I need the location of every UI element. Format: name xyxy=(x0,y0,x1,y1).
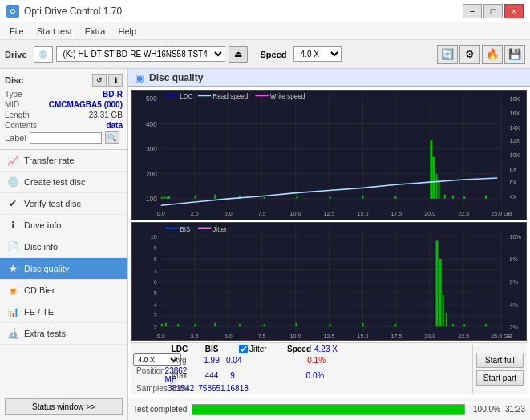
svg-text:2%: 2% xyxy=(510,323,519,330)
disc-label-input[interactable] xyxy=(30,132,102,144)
disc-label-icon-btn[interactable]: 🔍 xyxy=(105,131,119,144)
svg-rect-109 xyxy=(362,323,363,326)
disc-label-key: Label xyxy=(5,133,26,143)
jitter-checkbox[interactable] xyxy=(239,345,248,353)
svg-rect-115 xyxy=(452,324,454,326)
svg-text:0.0: 0.0 xyxy=(157,210,165,217)
disc-info-icon[interactable]: ℹ xyxy=(108,74,123,87)
sidebar-item-cd-bier[interactable]: 🍺 CD Bier xyxy=(0,280,127,301)
samples-row: Samples 381542 xyxy=(133,384,162,393)
svg-text:6X: 6X xyxy=(510,179,517,186)
extra-tests-icon: 🔬 xyxy=(6,327,19,340)
svg-rect-43 xyxy=(168,196,170,199)
sidebar-item-drive-info[interactable]: ℹ Drive info xyxy=(0,215,127,236)
menu-bar: File Start test Extra Help xyxy=(0,22,530,40)
svg-text:0.0: 0.0 xyxy=(157,332,165,339)
svg-text:Read speed: Read speed xyxy=(212,93,249,100)
svg-rect-52 xyxy=(430,140,432,199)
sidebar-item-fe-te[interactable]: 📊 FE / TE xyxy=(0,301,127,323)
eject-button[interactable]: ⏏ xyxy=(229,46,248,63)
sidebar-item-disc-quality[interactable]: ★ Disc quality xyxy=(0,258,127,280)
svg-rect-58 xyxy=(463,196,465,199)
svg-text:2.5: 2.5 xyxy=(191,210,199,217)
sidebar-item-transfer-rate[interactable]: 📈 Transfer rate xyxy=(0,150,127,172)
svg-text:500: 500 xyxy=(146,95,157,103)
sidebar-item-label: Disc quality xyxy=(24,264,69,273)
drive-info-icon: ℹ xyxy=(6,219,19,232)
close-button[interactable]: × xyxy=(504,4,524,18)
start-full-button[interactable]: Start full xyxy=(476,353,524,368)
jitter-text: Jitter xyxy=(249,345,267,353)
svg-text:200: 200 xyxy=(146,171,157,178)
ldc-chart: 500 400 300 200 100 18X 16X 14X 12X 10X … xyxy=(131,90,527,220)
svg-rect-60 xyxy=(165,95,178,96)
sidebar-item-extra-tests[interactable]: 🔬 Extra tests xyxy=(0,323,127,345)
settings-button[interactable]: ⚙ xyxy=(459,45,480,64)
svg-text:15.0: 15.0 xyxy=(357,332,368,339)
title-bar: O Opti Drive Control 1.70 − □ × xyxy=(0,0,530,22)
minimize-button[interactable]: − xyxy=(463,4,482,18)
svg-text:400: 400 xyxy=(146,121,157,128)
progress-bar-fill xyxy=(192,405,464,414)
right-panel: ◉ Disc quality xyxy=(128,69,530,420)
sidebar-item-label: Create test disc xyxy=(24,177,85,187)
sidebar-item-verify-test-disc[interactable]: ✔ Verify test disc xyxy=(0,193,127,215)
svg-rect-117 xyxy=(485,324,487,326)
main-content: Disc ↺ ℹ Type BD-R MID CMCMAGBA5 (000) L… xyxy=(0,69,530,420)
disc-contents-row: Contents data xyxy=(5,121,123,130)
save-button[interactable]: 💾 xyxy=(504,45,525,64)
charts-container: 500 400 300 200 100 18X 16X 14X 12X 10X … xyxy=(128,87,530,398)
svg-text:Jitter: Jitter xyxy=(212,225,227,233)
svg-rect-102 xyxy=(177,324,179,326)
menu-extra[interactable]: Extra xyxy=(79,25,112,38)
svg-text:8X: 8X xyxy=(510,166,517,173)
stats-ldc-header: LDC xyxy=(162,345,197,353)
fe-te-icon: 📊 xyxy=(6,305,19,318)
svg-text:10%: 10% xyxy=(510,233,522,240)
svg-text:300: 300 xyxy=(146,146,157,153)
svg-rect-110 xyxy=(394,324,396,326)
status-window-button[interactable]: Status window >> xyxy=(5,398,123,415)
svg-text:20.0: 20.0 xyxy=(424,210,435,217)
start-part-button[interactable]: Start part xyxy=(476,370,524,386)
window-controls[interactable]: − □ × xyxy=(463,4,524,18)
svg-rect-44 xyxy=(195,196,196,199)
position-label: Position xyxy=(136,366,165,384)
bis-avg: 0.04 xyxy=(226,356,239,365)
stats-grid: LDC BIS Speed Jitter Speed 4.23 X 4.0 X xyxy=(131,345,472,393)
maximize-button[interactable]: □ xyxy=(483,4,503,18)
menu-file[interactable]: File xyxy=(3,25,30,38)
svg-rect-114 xyxy=(446,313,447,326)
drive-dropdown[interactable]: (K:) HL-DT-ST BD-RE WH16NS58 TST4 xyxy=(56,46,225,62)
speed-dropdown[interactable]: 4.0 X xyxy=(293,46,342,62)
total-label: Total xyxy=(162,384,197,393)
svg-text:8%: 8% xyxy=(510,256,519,263)
refresh-button[interactable]: 🔄 xyxy=(437,45,458,64)
speed-row-header: Speed 4.23 X xyxy=(287,345,343,353)
sidebar-item-create-test-disc[interactable]: 💿 Create test disc xyxy=(0,172,127,193)
burn-button[interactable]: 🔥 xyxy=(482,45,503,64)
svg-rect-50 xyxy=(362,196,363,199)
bis-max: 9 xyxy=(226,371,239,380)
speed-val-display: 4.23 X xyxy=(314,345,338,353)
sidebar: Disc ↺ ℹ Type BD-R MID CMCMAGBA5 (000) L… xyxy=(0,69,128,420)
svg-text:5.0: 5.0 xyxy=(225,210,233,217)
svg-rect-56 xyxy=(444,195,446,199)
disc-mid-label: MID xyxy=(5,100,19,109)
svg-rect-116 xyxy=(463,324,465,326)
disc-length-label: Length xyxy=(5,111,30,119)
menu-help[interactable]: Help xyxy=(111,25,143,38)
svg-rect-40 xyxy=(161,197,163,199)
disc-length-value: 23.31 GB xyxy=(89,111,123,119)
svg-rect-108 xyxy=(330,324,331,326)
drive-icon: 💿 xyxy=(34,46,53,63)
stats-bis-header: BIS xyxy=(197,345,226,353)
disc-label-row: Label 🔍 xyxy=(5,131,123,144)
position-row: Position 23862 MB xyxy=(133,366,162,384)
menu-start-test[interactable]: Start test xyxy=(30,25,79,38)
jitter-max: 0.0% xyxy=(287,371,343,380)
sidebar-item-disc-info[interactable]: 📄 Disc info xyxy=(0,236,127,258)
disc-quality-icon: ★ xyxy=(6,262,19,275)
disc-refresh-icon[interactable]: ↺ xyxy=(92,74,107,87)
svg-text:18X: 18X xyxy=(510,95,520,103)
